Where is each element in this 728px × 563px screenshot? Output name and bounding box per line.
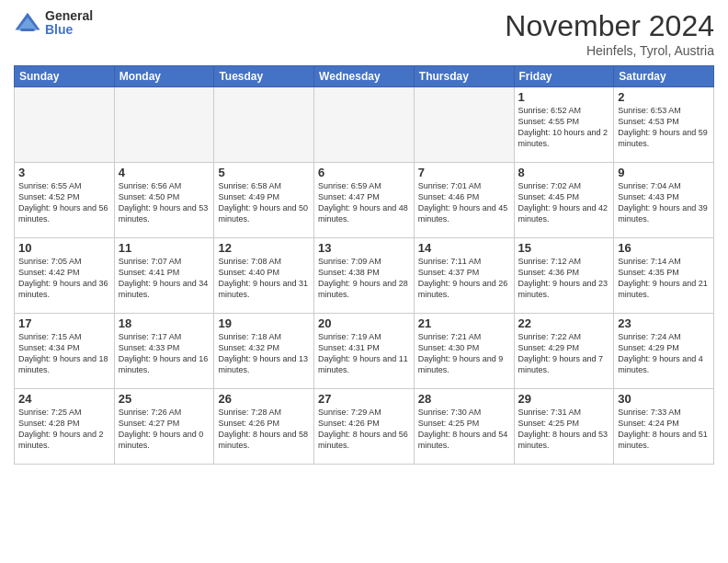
day-info: Sunrise: 7:22 AM Sunset: 4:29 PM Dayligh… [518, 331, 610, 376]
day-number: 7 [418, 166, 510, 179]
day-info: Sunrise: 7:25 AM Sunset: 4:28 PM Dayligh… [18, 407, 110, 452]
day-number: 27 [318, 392, 410, 406]
calendar-week-row: 1Sunrise: 6:52 AM Sunset: 4:55 PM Daylig… [15, 87, 714, 163]
day-info: Sunrise: 7:05 AM Sunset: 4:42 PM Dayligh… [18, 256, 110, 301]
calendar-cell: 10Sunrise: 7:05 AM Sunset: 4:42 PM Dayli… [15, 238, 115, 314]
day-info: Sunrise: 6:58 AM Sunset: 4:49 PM Dayligh… [218, 180, 310, 225]
day-info: Sunrise: 7:24 AM Sunset: 4:29 PM Dayligh… [618, 331, 710, 376]
logo-icon [14, 9, 41, 37]
page-container: General Blue November 2024 Heinfels, Tyr… [0, 0, 728, 563]
day-number: 19 [218, 316, 310, 330]
day-number: 18 [119, 316, 210, 330]
day-number: 17 [18, 316, 110, 330]
calendar-header-row: Sunday Monday Tuesday Wednesday Thursday… [15, 66, 714, 87]
calendar-cell: 1Sunrise: 6:52 AM Sunset: 4:55 PM Daylig… [514, 87, 614, 163]
day-number: 14 [418, 241, 510, 255]
calendar-cell: 3Sunrise: 6:55 AM Sunset: 4:52 PM Daylig… [15, 163, 115, 238]
day-number: 12 [218, 241, 310, 255]
day-info: Sunrise: 6:56 AM Sunset: 4:50 PM Dayligh… [119, 180, 210, 225]
col-wednesday: Wednesday [314, 66, 415, 87]
day-info: Sunrise: 6:53 AM Sunset: 4:53 PM Dayligh… [618, 105, 710, 150]
calendar-cell: 15Sunrise: 7:12 AM Sunset: 4:36 PM Dayli… [514, 238, 614, 314]
page-header: General Blue November 2024 Heinfels, Tyr… [14, 9, 714, 58]
day-info: Sunrise: 7:09 AM Sunset: 4:38 PM Dayligh… [318, 256, 410, 301]
calendar-cell: 13Sunrise: 7:09 AM Sunset: 4:38 PM Dayli… [314, 238, 415, 314]
day-info: Sunrise: 7:18 AM Sunset: 4:32 PM Dayligh… [218, 331, 310, 376]
day-info: Sunrise: 6:59 AM Sunset: 4:47 PM Dayligh… [318, 180, 410, 225]
day-info: Sunrise: 7:04 AM Sunset: 4:43 PM Dayligh… [618, 180, 710, 225]
day-info: Sunrise: 7:08 AM Sunset: 4:40 PM Dayligh… [218, 256, 310, 301]
calendar-cell [15, 87, 115, 163]
day-info: Sunrise: 7:26 AM Sunset: 4:27 PM Dayligh… [119, 407, 210, 452]
calendar-cell: 20Sunrise: 7:19 AM Sunset: 4:31 PM Dayli… [314, 314, 415, 389]
day-number: 25 [119, 392, 210, 406]
day-number: 13 [318, 241, 410, 255]
logo-text: General Blue [45, 9, 93, 38]
logo: General Blue [14, 9, 93, 38]
day-info: Sunrise: 7:15 AM Sunset: 4:34 PM Dayligh… [18, 331, 110, 376]
col-saturday: Saturday [614, 66, 714, 87]
month-title: November 2024 [505, 9, 714, 43]
day-info: Sunrise: 7:30 AM Sunset: 4:25 PM Dayligh… [418, 407, 510, 452]
day-number: 3 [18, 166, 110, 179]
calendar-cell [214, 87, 314, 163]
day-info: Sunrise: 7:33 AM Sunset: 4:24 PM Dayligh… [618, 407, 710, 452]
calendar-cell: 26Sunrise: 7:28 AM Sunset: 4:26 PM Dayli… [214, 389, 314, 465]
day-info: Sunrise: 7:28 AM Sunset: 4:26 PM Dayligh… [218, 407, 310, 452]
day-info: Sunrise: 7:11 AM Sunset: 4:37 PM Dayligh… [418, 256, 510, 301]
day-number: 16 [618, 241, 710, 255]
calendar-cell [414, 87, 514, 163]
day-number: 30 [618, 392, 710, 406]
calendar-cell: 12Sunrise: 7:08 AM Sunset: 4:40 PM Dayli… [214, 238, 314, 314]
calendar-cell: 6Sunrise: 6:59 AM Sunset: 4:47 PM Daylig… [314, 163, 415, 238]
day-number: 4 [119, 166, 210, 179]
day-info: Sunrise: 7:01 AM Sunset: 4:46 PM Dayligh… [418, 180, 510, 225]
calendar-week-row: 24Sunrise: 7:25 AM Sunset: 4:28 PM Dayli… [15, 389, 714, 465]
col-thursday: Thursday [414, 66, 514, 87]
day-number: 20 [318, 316, 410, 330]
col-tuesday: Tuesday [214, 66, 314, 87]
col-monday: Monday [114, 66, 214, 87]
calendar-cell: 22Sunrise: 7:22 AM Sunset: 4:29 PM Dayli… [514, 314, 614, 389]
calendar-week-row: 10Sunrise: 7:05 AM Sunset: 4:42 PM Dayli… [15, 238, 714, 314]
title-block: November 2024 Heinfels, Tyrol, Austria [505, 9, 714, 58]
calendar-table: Sunday Monday Tuesday Wednesday Thursday… [14, 65, 714, 465]
day-number: 24 [18, 392, 110, 406]
calendar-cell: 25Sunrise: 7:26 AM Sunset: 4:27 PM Dayli… [114, 389, 214, 465]
calendar-cell: 21Sunrise: 7:21 AM Sunset: 4:30 PM Dayli… [414, 314, 514, 389]
day-info: Sunrise: 7:29 AM Sunset: 4:26 PM Dayligh… [318, 407, 410, 452]
day-number: 10 [18, 241, 110, 255]
day-info: Sunrise: 7:21 AM Sunset: 4:30 PM Dayligh… [418, 331, 510, 376]
calendar-week-row: 3Sunrise: 6:55 AM Sunset: 4:52 PM Daylig… [15, 163, 714, 238]
day-number: 23 [618, 316, 710, 330]
calendar-cell: 24Sunrise: 7:25 AM Sunset: 4:28 PM Dayli… [15, 389, 115, 465]
day-number: 5 [218, 166, 310, 179]
day-info: Sunrise: 7:02 AM Sunset: 4:45 PM Dayligh… [518, 180, 610, 225]
day-number: 6 [318, 166, 410, 179]
calendar-cell: 14Sunrise: 7:11 AM Sunset: 4:37 PM Dayli… [414, 238, 514, 314]
calendar-cell: 4Sunrise: 6:56 AM Sunset: 4:50 PM Daylig… [114, 163, 214, 238]
logo-general: General [45, 9, 93, 23]
day-number: 28 [418, 392, 510, 406]
day-info: Sunrise: 7:12 AM Sunset: 4:36 PM Dayligh… [518, 256, 610, 301]
day-number: 21 [418, 316, 510, 330]
day-number: 22 [518, 316, 610, 330]
col-friday: Friday [514, 66, 614, 87]
col-sunday: Sunday [15, 66, 115, 87]
day-number: 26 [218, 392, 310, 406]
day-info: Sunrise: 7:14 AM Sunset: 4:35 PM Dayligh… [618, 256, 710, 301]
calendar-cell: 5Sunrise: 6:58 AM Sunset: 4:49 PM Daylig… [214, 163, 314, 238]
day-number: 8 [518, 166, 610, 179]
calendar-cell: 7Sunrise: 7:01 AM Sunset: 4:46 PM Daylig… [414, 163, 514, 238]
location: Heinfels, Tyrol, Austria [505, 43, 714, 58]
calendar-cell: 16Sunrise: 7:14 AM Sunset: 4:35 PM Dayli… [614, 238, 714, 314]
calendar-cell: 19Sunrise: 7:18 AM Sunset: 4:32 PM Dayli… [214, 314, 314, 389]
day-number: 29 [518, 392, 610, 406]
day-info: Sunrise: 6:52 AM Sunset: 4:55 PM Dayligh… [518, 105, 610, 150]
day-info: Sunrise: 7:07 AM Sunset: 4:41 PM Dayligh… [119, 256, 210, 301]
calendar-cell: 23Sunrise: 7:24 AM Sunset: 4:29 PM Dayli… [614, 314, 714, 389]
day-number: 9 [618, 166, 710, 179]
calendar-cell: 2Sunrise: 6:53 AM Sunset: 4:53 PM Daylig… [614, 87, 714, 163]
day-info: Sunrise: 7:19 AM Sunset: 4:31 PM Dayligh… [318, 331, 410, 376]
calendar-cell: 29Sunrise: 7:31 AM Sunset: 4:25 PM Dayli… [514, 389, 614, 465]
